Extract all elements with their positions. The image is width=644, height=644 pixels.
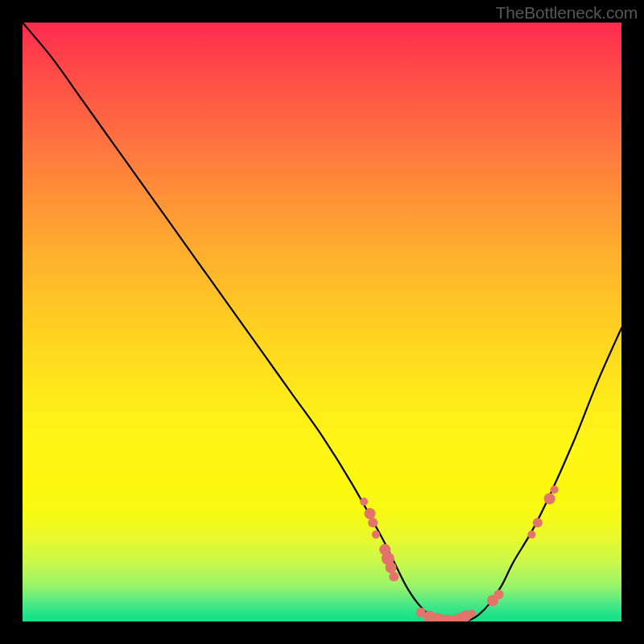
data-marker <box>468 609 476 617</box>
data-marker <box>551 485 559 493</box>
data-markers <box>360 485 559 621</box>
data-marker <box>389 572 398 581</box>
plot-area <box>23 23 621 621</box>
data-marker <box>368 518 378 527</box>
data-marker <box>493 590 503 600</box>
data-marker <box>533 518 543 527</box>
chart-container: TheBottleneck.com <box>0 0 644 644</box>
data-marker <box>527 530 535 539</box>
data-marker <box>365 508 376 519</box>
data-marker <box>372 530 380 539</box>
plot-svg <box>23 23 621 621</box>
data-marker <box>386 562 397 573</box>
data-marker <box>544 493 555 504</box>
data-marker <box>360 497 368 506</box>
watermark-text: TheBottleneck.com <box>496 3 638 23</box>
